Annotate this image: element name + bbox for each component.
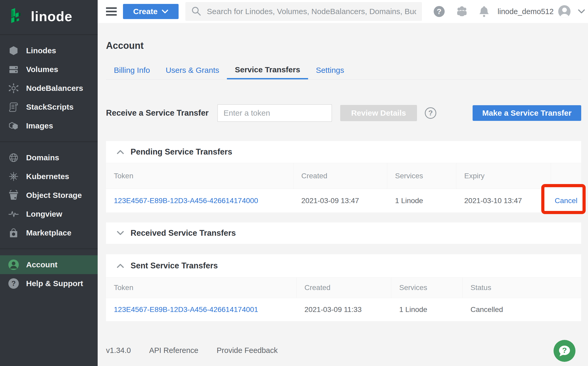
chat-question-icon: ? xyxy=(557,343,572,358)
images-icon xyxy=(8,120,19,132)
review-details-button[interactable]: Review Details xyxy=(340,105,417,121)
sent-table-header: Token Created Services Status xyxy=(106,277,581,298)
column-header-created: Created xyxy=(297,278,391,298)
tab-service-transfers[interactable]: Service Transfers xyxy=(227,61,308,79)
footer: v1.34.0 API Reference Provide Feedback xyxy=(106,346,278,355)
svg-text:?: ? xyxy=(562,346,567,355)
pending-created-cell: 2021-03-09 13:47 xyxy=(293,189,387,212)
domains-icon xyxy=(8,152,19,163)
account-icon xyxy=(8,259,19,270)
column-header-expiry: Expiry xyxy=(456,163,551,189)
sent-token-link[interactable]: 123E4567-E89B-12D3-A456-426614174001 xyxy=(114,305,258,314)
sidebar-item-volumes[interactable]: Volumes xyxy=(0,60,98,79)
stackscripts-icon xyxy=(8,101,19,113)
help-circle-icon: ? xyxy=(8,278,19,289)
pending-table-header: Token Created Services Expiry xyxy=(106,163,581,189)
column-header-token: Token xyxy=(106,278,297,298)
sent-services-cell: 1 Linode xyxy=(391,298,463,321)
sent-created-cell: 2021-03-09 11:33 xyxy=(297,298,391,321)
pending-expiry-cell: 2021-03-10 13:47 xyxy=(456,189,551,212)
search-input[interactable] xyxy=(206,7,417,16)
kubernetes-icon xyxy=(8,171,19,182)
receive-transfer-section: Receive a Service Transfer Review Detail… xyxy=(106,104,581,122)
sent-transfers-panel: Sent Service Transfers Token Created Ser… xyxy=(106,254,581,321)
column-header-services: Services xyxy=(391,278,463,298)
pending-transfer-row: 123E4567-E89B-12D3-A456-426614174000 202… xyxy=(106,189,581,212)
sent-transfers-header[interactable]: Sent Service Transfers xyxy=(106,254,581,277)
sidebar-item-help-support[interactable]: ? Help & Support xyxy=(0,274,98,293)
bell-icon xyxy=(478,5,490,18)
sidebar-divider xyxy=(0,249,98,249)
pending-token-link[interactable]: 123E4567-E89B-12D3-A456-426614174000 xyxy=(114,197,258,205)
avatar[interactable] xyxy=(558,5,571,18)
create-button-label: Create xyxy=(133,7,157,16)
received-transfers-header[interactable]: Received Service Transfers xyxy=(106,222,581,244)
sidebar-item-images[interactable]: Images xyxy=(0,116,98,135)
user-menu-toggle[interactable] xyxy=(575,5,588,18)
column-header-services: Services xyxy=(387,163,456,189)
token-help-icon[interactable]: ? xyxy=(425,107,436,119)
topbar: Create ? linode_demo512 xyxy=(98,0,588,23)
svg-text:?: ? xyxy=(11,280,16,287)
chevron-down-icon xyxy=(578,9,585,14)
create-button[interactable]: Create xyxy=(123,4,179,19)
notifications-button[interactable] xyxy=(478,5,491,18)
sidebar-item-domains[interactable]: Domains xyxy=(0,148,98,167)
column-header-token: Token xyxy=(106,163,293,189)
tab-users-grants[interactable]: Users & Grants xyxy=(158,61,227,79)
token-input[interactable] xyxy=(217,104,332,122)
received-transfers-panel: Received Service Transfers xyxy=(106,222,581,244)
pending-transfers-title: Pending Service Transfers xyxy=(131,147,232,157)
sidebar-item-kubernetes[interactable]: Kubernetes xyxy=(0,167,98,186)
make-service-transfer-button[interactable]: Make a Service Transfer xyxy=(473,105,581,121)
help-icon: ? xyxy=(434,6,445,17)
sidebar-item-stackscripts[interactable]: StackScripts xyxy=(0,98,98,116)
longview-icon xyxy=(8,208,19,220)
pending-transfers-header[interactable]: Pending Service Transfers xyxy=(106,141,581,163)
sidebar: linode Linodes Volumes xyxy=(0,0,98,366)
api-reference-link[interactable]: API Reference xyxy=(149,346,198,355)
chevron-down-icon xyxy=(162,9,168,14)
sent-transfer-row: 123E4567-E89B-12D3-A456-426614174001 202… xyxy=(106,298,581,321)
sidebar-nav: Linodes Volumes xyxy=(0,35,98,299)
chevron-up-icon xyxy=(116,263,124,268)
page-title: Account xyxy=(106,40,144,51)
linode-logo-icon xyxy=(9,7,26,27)
community-button[interactable] xyxy=(455,5,469,18)
community-icon xyxy=(455,6,469,17)
cancel-transfer-button[interactable]: Cancel xyxy=(555,197,577,205)
column-header-created: Created xyxy=(293,163,387,189)
account-tabs: Billing Info Users & Grants Service Tran… xyxy=(106,61,581,80)
pending-services-cell: 1 Linode xyxy=(387,189,456,212)
support-chat-button[interactable]: ? xyxy=(554,340,575,362)
sent-transfers-title: Sent Service Transfers xyxy=(131,261,218,270)
provide-feedback-link[interactable]: Provide Feedback xyxy=(217,346,278,355)
help-button[interactable]: ? xyxy=(432,5,446,18)
sidebar-item-linodes[interactable]: Linodes xyxy=(0,41,98,60)
global-search[interactable] xyxy=(185,2,422,21)
sidebar-item-account[interactable]: Account xyxy=(0,255,98,274)
version-link[interactable]: v1.34.0 xyxy=(106,346,131,355)
column-header-status: Status xyxy=(463,278,581,298)
marketplace-icon xyxy=(8,227,19,239)
sidebar-item-object-storage[interactable]: Object Storage xyxy=(0,186,98,205)
nodebalancers-icon xyxy=(8,82,19,94)
sent-status-cell: Cancelled xyxy=(463,298,581,321)
sidebar-item-nodebalancers[interactable]: NodeBalancers xyxy=(0,79,98,98)
receive-transfer-label: Receive a Service Transfer xyxy=(106,108,209,118)
pending-transfers-panel: Pending Service Transfers Token Created … xyxy=(106,141,581,212)
username[interactable]: linode_demo512 xyxy=(498,7,554,16)
chevron-down-icon xyxy=(116,231,124,236)
tab-settings[interactable]: Settings xyxy=(308,61,352,79)
chevron-up-icon xyxy=(116,149,124,155)
sidebar-item-longview[interactable]: Longview xyxy=(0,205,98,223)
main-content: Account Billing Info Users & Grants Serv… xyxy=(98,23,588,366)
tab-billing-info[interactable]: Billing Info xyxy=(106,61,158,79)
column-header-actions xyxy=(551,163,581,189)
search-icon xyxy=(191,5,202,17)
linode-logo[interactable]: linode xyxy=(0,0,98,35)
linodes-icon xyxy=(8,45,19,56)
sidebar-item-marketplace[interactable]: Marketplace xyxy=(0,223,98,242)
menu-toggle-button[interactable] xyxy=(106,7,117,16)
sidebar-divider xyxy=(0,141,98,142)
